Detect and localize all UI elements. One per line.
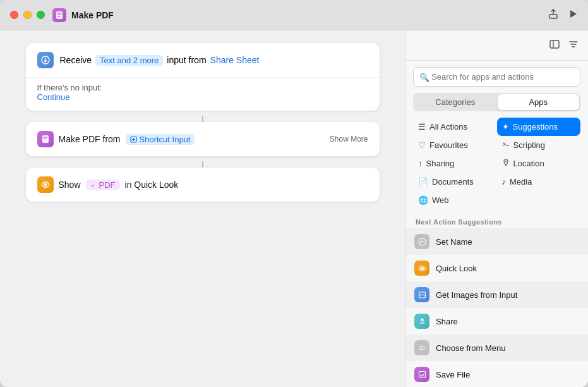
receive-row: Receive Text and 2 more input from Share… [37, 52, 368, 68]
get-images-icon [414, 287, 429, 302]
quick-look-label: Quick Look [436, 264, 477, 273]
cat-documents-label: Documents [432, 177, 474, 187]
documents-icon: 📄 [418, 177, 428, 187]
make-pdf-left: Make PDF from Shortcut Input [37, 131, 195, 147]
make-pdf-label: Make PDF from [59, 134, 121, 144]
cat-favourites-label: Favourites [429, 140, 468, 150]
close-button[interactable] [10, 11, 18, 19]
suggestions-list: Set Name Quick Look [405, 228, 588, 387]
share-label: Share [436, 317, 458, 326]
cat-media-label: Media [510, 177, 532, 187]
titlebar-actions [548, 8, 578, 22]
continue-link[interactable]: Continue [37, 92, 70, 102]
cat-media[interactable]: ♪ Media [497, 173, 581, 191]
shortcut-input-tag[interactable]: Shortcut Input [126, 134, 195, 145]
titlebar: Make PDF [0, 0, 588, 30]
svg-rect-1 [549, 15, 557, 18]
category-tabs: Categories Apps [413, 93, 580, 111]
app-icon [52, 8, 66, 22]
cat-scripting-label: Scripting [513, 140, 546, 150]
suggestion-get-images[interactable]: Get Images from Input [405, 281, 588, 308]
scripting-icon [502, 140, 510, 150]
pdf-tag[interactable]: P PDF [86, 180, 120, 190]
save-file-label: Save File [436, 370, 470, 379]
cat-web[interactable]: 🌐 Web [413, 191, 497, 209]
svg-point-11 [421, 267, 424, 270]
divider-1 [202, 116, 203, 122]
receive-card: Receive Text and 2 more input from Share… [26, 43, 380, 111]
source-link[interactable]: Share Sheet [210, 55, 260, 65]
tab-apps[interactable]: Apps [498, 94, 580, 110]
cat-location[interactable]: Location [497, 154, 581, 173]
receive-label: Receive [60, 55, 92, 65]
receive-header: Receive Text and 2 more input from Share… [26, 43, 380, 78]
make-pdf-icon [37, 131, 54, 147]
all-actions-icon: ☰ [418, 122, 426, 132]
cat-all-actions[interactable]: ☰ All Actions [413, 118, 497, 136]
location-icon [502, 159, 510, 168]
choose-menu-label: Choose from Menu [436, 343, 506, 353]
receive-icon [37, 52, 54, 68]
web-icon: 🌐 [418, 195, 428, 205]
filter-button[interactable] [568, 39, 579, 52]
cat-suggestions-label: Suggestions [513, 122, 558, 132]
category-grid: ☰ All Actions ✦ Suggestions ♡ Favourites [413, 118, 580, 209]
get-images-label: Get Images from Input [436, 290, 517, 300]
show-icon [37, 176, 54, 193]
no-input-row: If there's no input: Continue [26, 78, 380, 111]
shortcut-input-label: Shortcut Input [140, 135, 191, 144]
cat-location-label: Location [513, 159, 544, 168]
left-panel: Receive Text and 2 more input from Share… [0, 30, 405, 387]
cat-suggestions[interactable]: ✦ Suggestions [497, 118, 581, 136]
show-label: Show [59, 180, 81, 190]
svg-point-10 [419, 238, 426, 245]
svg-point-9 [505, 161, 507, 162]
sidebar-toggle-button[interactable] [549, 39, 560, 52]
app-window: Make PDF [0, 0, 588, 387]
search-input[interactable] [413, 67, 580, 87]
suggestions-icon: ✦ [502, 122, 509, 132]
quick-look-icon [414, 261, 429, 276]
share-icon [414, 314, 429, 329]
show-suffix: in Quick Look [125, 180, 179, 190]
suggestion-share[interactable]: Share [405, 308, 588, 335]
svg-text:P: P [91, 184, 93, 188]
show-left: Show P PDF in Quick Look [37, 176, 179, 193]
cat-all-actions-label: All Actions [429, 122, 467, 132]
minimize-button[interactable] [23, 11, 32, 19]
cat-web-label: Web [432, 195, 449, 205]
export-button[interactable] [548, 8, 559, 22]
receive-tag[interactable]: Text and 2 more [95, 55, 163, 66]
show-card: Show P PDF in Quick Look [26, 168, 380, 202]
main-layout: Receive Text and 2 more input from Share… [0, 30, 588, 387]
suggestion-choose-menu[interactable]: Choose from Menu [405, 335, 588, 361]
suggestions-section-label: Next Action Suggestions [405, 214, 588, 228]
show-more-button[interactable]: Show More [330, 135, 368, 144]
cat-favourites[interactable]: ♡ Favourites [413, 136, 497, 154]
cat-scripting[interactable]: Scripting [497, 136, 581, 154]
play-button[interactable] [568, 9, 578, 21]
cat-sharing-label: Sharing [426, 159, 455, 168]
suggestion-quick-look[interactable]: Quick Look [405, 255, 588, 281]
svg-rect-8 [550, 40, 559, 48]
set-name-icon [414, 234, 429, 249]
input-from-text: input from [167, 55, 206, 65]
search-box: 🔍 [413, 67, 580, 87]
sharing-icon: ↑ [418, 159, 423, 168]
set-name-label: Set Name [436, 237, 472, 247]
window-title: Make PDF [71, 10, 548, 20]
right-toolbar [405, 30, 588, 61]
tab-categories[interactable]: Categories [414, 94, 496, 110]
pdf-tag-label: PDF [99, 180, 116, 190]
choose-menu-icon [414, 340, 429, 355]
make-pdf-card: Make PDF from Shortcut Input Show More [26, 122, 380, 156]
svg-rect-13 [419, 371, 425, 378]
fullscreen-button[interactable] [37, 11, 45, 19]
suggestion-set-name[interactable]: Set Name [405, 228, 588, 255]
save-file-icon [414, 367, 429, 382]
no-input-text: If there's no input: [37, 83, 102, 92]
cat-documents[interactable]: 📄 Documents [413, 173, 497, 191]
cat-sharing[interactable]: ↑ Sharing [413, 154, 497, 173]
suggestion-save-file[interactable]: Save File [405, 361, 588, 387]
favourites-icon: ♡ [418, 140, 426, 150]
